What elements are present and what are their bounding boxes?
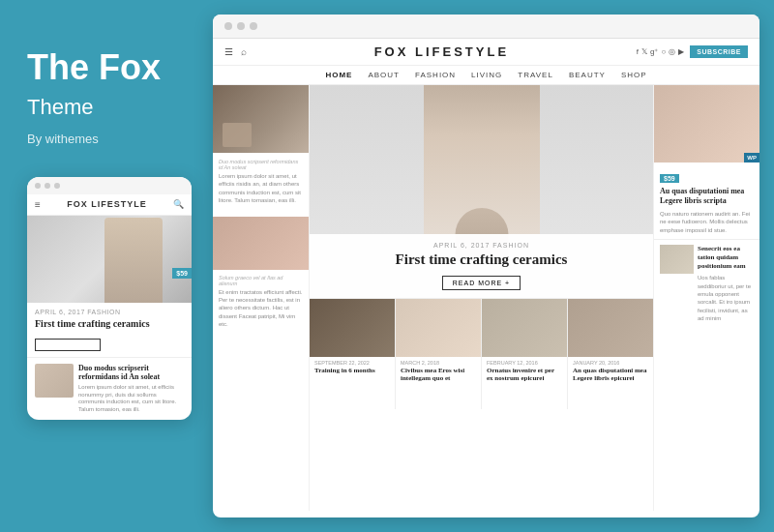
nav-travel[interactable]: TRAVEL: [518, 71, 553, 79]
mobile-read-more-button[interactable]: READ MORE +: [35, 339, 101, 351]
left-panel: The Fox Theme By withemes ≡ FOX LIFESTYL…: [0, 0, 213, 439]
desktop-dot-1: [224, 22, 232, 30]
center-hero-image: APRIL 6, 2017 FASHION First time craftin…: [310, 85, 653, 298]
right-price-badge: $59: [660, 174, 679, 183]
bottom-post-4: JANUARY 20, 2016 An quas disputationi me…: [568, 299, 653, 409]
bottom-post-1: SEPTEMBER 22, 2022 Training in 6 months: [310, 299, 396, 409]
bottom-posts-row: SEPTEMBER 22, 2022 Training in 6 months …: [310, 298, 653, 409]
nav-about[interactable]: ABOUT: [368, 71, 400, 79]
wp-badge: WP: [744, 153, 759, 163]
bottom-post4-title: An quas disputationi mea Legere libris e…: [573, 367, 648, 383]
center-read-more-button[interactable]: READ MORE +: [442, 276, 521, 290]
left-post2-meta: Solum graeco vel at Ilas ad alienum: [219, 275, 303, 286]
mobile-titlebar: [27, 177, 192, 194]
left-post1-body: Lorem ipsum dolor sit amet, ut efficiis …: [219, 172, 303, 205]
social-icons: f 𝕏 g⁺ ○ ◎ ▶: [637, 47, 685, 56]
bottom-post3-text: FEBRUARY 12, 2016 Ornatus invenire et pe…: [482, 357, 567, 386]
hamburger-icon[interactable]: ☰: [224, 46, 233, 57]
desktop-main-content: Duo modus scripserit reformidans id An s…: [213, 85, 759, 511]
right-post1-image: WP: [654, 85, 759, 163]
mobile-hero-figure: [104, 218, 163, 303]
bottom-post3-image: [482, 299, 567, 357]
bottom-post2-title: Civibus mea Eros wisi intellegam quo et: [401, 367, 476, 383]
desktop-dot-3: [250, 22, 257, 30]
bottom-post2-image: [396, 299, 481, 357]
theme-by: By withemes: [27, 132, 194, 146]
mobile-preview: ≡ FOX LIFESTYLE 🔍 $59 APRIL 6, 2017 FASH…: [27, 177, 192, 420]
bottom-post1-title: Training in 6 months: [314, 367, 390, 374]
right-small-title: Senecrit eos ea tation quidam positioniu…: [698, 245, 754, 271]
center-hero-caption: APRIL 6, 2017 FASHION First time craftin…: [310, 234, 653, 298]
desktop-nav: HOME ABOUT FASHION LIVING TRAVEL BEAUTY …: [213, 66, 759, 85]
left-post1-meta: Duo modus scripserit reformidans id An s…: [219, 159, 303, 170]
right-post1-text: $59 Au quas disputationi mea Legere libr…: [654, 163, 759, 239]
mobile-small-title: Duo modus scripserit reformidans id An s…: [78, 364, 184, 382]
bottom-post4-meta: JANUARY 20, 2016: [573, 360, 648, 366]
bottom-post4-text: JANUARY 20, 2016 An quas disputationi me…: [568, 357, 653, 386]
instagram-icon[interactable]: ○: [661, 47, 666, 56]
desktop-left-column: Duo modus scripserit reformidans id An s…: [213, 85, 310, 511]
theme-title: The Fox: [27, 48, 194, 87]
mobile-dot-1: [35, 183, 41, 189]
bottom-post3-title: Ornatus invenire et per ex nostrum epicu…: [487, 367, 562, 383]
mobile-small-post-text: Duo modus scripserit reformidans id An s…: [78, 364, 184, 414]
bottom-post4-image: [568, 299, 653, 357]
left-post2-image: [213, 217, 309, 270]
mobile-post-title: First time crafting ceramics: [35, 317, 184, 330]
nav-beauty[interactable]: BEAUTY: [569, 71, 606, 79]
bottom-post1-text: SEPTEMBER 22, 2022 Training in 6 months: [310, 357, 395, 377]
right-small-body: Uos fablas seddiboriur ut, per te emula …: [698, 274, 754, 322]
desktop-logo: FOX LIFESTYLE: [374, 44, 509, 59]
mobile-logo: FOX LIFESTYLE: [67, 199, 147, 209]
mobile-small-post: Duo modus scripserit reformidans id An s…: [27, 357, 192, 420]
left-post2-text: Solum graeco vel at Ilas ad alienum Et e…: [213, 270, 309, 334]
desktop-header-right: f 𝕏 g⁺ ○ ◎ ▶ SUBSCRIBE: [637, 45, 748, 58]
left-post2-body: Et enim tractatos efficiunt affecti. Per…: [219, 288, 303, 329]
desktop-titlebar: [213, 15, 759, 39]
right-small-text: Senecrit eos ea tation quidam positioniu…: [698, 245, 754, 323]
nav-living[interactable]: LIVING: [471, 71, 502, 79]
mobile-hero-image: $59: [27, 216, 192, 303]
desktop-center-column: APRIL 6, 2017 FASHION First time craftin…: [310, 85, 653, 511]
search-icon[interactable]: ⌕: [241, 46, 247, 57]
mobile-dot-3: [54, 183, 60, 189]
facebook-icon[interactable]: f: [637, 47, 639, 56]
bottom-post1-meta: SEPTEMBER 22, 2022: [314, 360, 390, 366]
mobile-post-content: APRIL 6, 2017 FASHION First time craftin…: [27, 303, 192, 357]
theme-subtitle: Theme: [27, 95, 194, 120]
left-post1-image: [213, 85, 309, 153]
nav-home[interactable]: HOME: [325, 71, 352, 79]
mobile-header: ≡ FOX LIFESTYLE 🔍: [27, 194, 192, 216]
twitter-icon[interactable]: 𝕏: [641, 47, 647, 56]
mobile-dot-2: [45, 183, 50, 189]
center-post-title: First time crafting ceramics: [319, 251, 643, 268]
subscribe-button[interactable]: SUBSCRIBE: [690, 45, 748, 58]
mobile-post-meta: APRIL 6, 2017 FASHION: [35, 309, 184, 315]
bottom-post1-image: [310, 299, 395, 357]
mobile-search-icon: 🔍: [173, 199, 184, 209]
bottom-post3-meta: FEBRUARY 12, 2016: [487, 360, 562, 366]
mobile-thumb: [35, 364, 74, 398]
right-small-post: Senecrit eos ea tation quidam positioniu…: [654, 239, 759, 328]
right-post1-body: Quo naturo rationem audirit an. Fei ne e…: [660, 210, 754, 234]
right-small-thumb: [660, 245, 694, 274]
bottom-post2-text: MARCH 2, 2018 Civibus mea Eros wisi inte…: [396, 357, 481, 386]
right-post1-title: Au quas disputationi mea Legere libris s…: [660, 187, 754, 207]
desktop-dot-2: [237, 22, 245, 30]
bottom-post-2: MARCH 2, 2018 Civibus mea Eros wisi inte…: [396, 299, 482, 409]
desktop-preview: ☰ ⌕ FOX LIFESTYLE f 𝕏 g⁺ ○ ◎ ▶ SUBSCRIBE…: [213, 15, 759, 517]
left-post1-text: Duo modus scripserit reformidans id An s…: [213, 153, 309, 211]
desktop-header: ☰ ⌕ FOX LIFESTYLE f 𝕏 g⁺ ○ ◎ ▶ SUBSCRIBE: [213, 39, 759, 66]
mobile-hamburger-icon: ≡: [35, 199, 41, 210]
desktop-header-left: ☰ ⌕: [224, 46, 247, 57]
nav-shop[interactable]: SHOP: [621, 71, 647, 79]
dribbble-icon[interactable]: ◎: [669, 47, 675, 56]
desktop-right-column: WP $59 Au quas disputationi mea Legere l…: [653, 85, 759, 511]
mobile-small-body: Lorem ipsum dolor sit amet, ut efficiis …: [78, 384, 184, 414]
center-post-meta: APRIL 6, 2017 FASHION: [319, 242, 643, 249]
bottom-post2-meta: MARCH 2, 2018: [401, 360, 476, 366]
googleplus-icon[interactable]: g⁺: [650, 47, 658, 56]
mobile-price-badge: $59: [172, 268, 192, 279]
nav-fashion[interactable]: FASHION: [415, 71, 456, 79]
youtube-icon[interactable]: ▶: [678, 47, 684, 56]
